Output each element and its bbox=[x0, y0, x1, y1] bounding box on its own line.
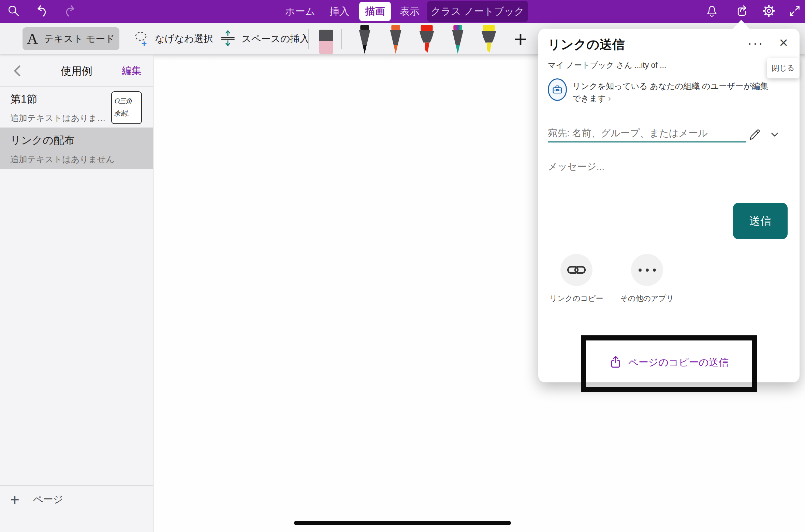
notifications-button[interactable] bbox=[704, 3, 720, 20]
gear-icon bbox=[762, 4, 776, 19]
dialog-pointer bbox=[732, 20, 750, 29]
tab-insert-label: 挿入 bbox=[330, 5, 349, 18]
share-button[interactable] bbox=[733, 3, 749, 20]
dialog-more-options-button[interactable]: ··· bbox=[746, 35, 766, 52]
sidebar-header: 使用例 編集 bbox=[0, 55, 153, 86]
plus-icon: + bbox=[10, 492, 19, 507]
black-pen-icon bbox=[353, 25, 376, 55]
share-upload-icon bbox=[609, 355, 623, 371]
dialog-close-button[interactable]: × bbox=[774, 33, 793, 52]
eraser-icon bbox=[319, 30, 333, 41]
tab-class-notebook[interactable]: クラス ノートブック bbox=[427, 1, 528, 22]
edit-button[interactable]: 編集 bbox=[122, 64, 142, 78]
copy-link-label: リンクのコピー bbox=[541, 293, 612, 304]
insert-space-icon bbox=[219, 29, 237, 48]
search-icon bbox=[7, 4, 20, 19]
bell-icon bbox=[705, 4, 719, 19]
copy-link-button[interactable]: リンクのコピー bbox=[541, 254, 612, 304]
tab-home[interactable]: ホーム bbox=[279, 0, 321, 23]
more-apps-button[interactable]: その他のアプリ bbox=[611, 254, 683, 304]
permission-text: リンクを知っている あなたの組織 のユーザーが編集できます bbox=[572, 81, 768, 103]
plus-icon: + bbox=[514, 26, 527, 52]
thumbnail-handwriting-line: 余割. bbox=[114, 107, 139, 119]
tab-home-label: ホーム bbox=[285, 5, 315, 18]
black-pen-tool[interactable] bbox=[353, 25, 376, 55]
close-icon: × bbox=[779, 34, 788, 51]
page-item-2-selected[interactable]: リンクの配布 追加テキストはありません bbox=[0, 128, 153, 169]
eraser-tool[interactable] bbox=[319, 30, 333, 54]
thumbnail-handwriting-line: O三角 bbox=[114, 95, 139, 107]
page-item-1[interactable]: 第1節 追加テキストはありま… O三角 余割. bbox=[0, 87, 153, 127]
chevron-right-icon: › bbox=[608, 94, 611, 103]
undo-button[interactable] bbox=[34, 3, 50, 20]
tab-class-notebook-label: クラス ノートブック bbox=[431, 5, 525, 18]
insert-space-button[interactable]: スペースの挿入 bbox=[219, 23, 309, 55]
page-title: リンクの配布 bbox=[10, 133, 153, 148]
chevron-down-icon[interactable] bbox=[769, 129, 780, 142]
orange-pen-tool[interactable] bbox=[384, 25, 407, 55]
redo-button[interactable] bbox=[62, 3, 78, 20]
tab-view[interactable]: 表示 bbox=[398, 0, 422, 23]
page-thumbnail: O三角 余割. bbox=[111, 91, 142, 124]
divider bbox=[0, 169, 153, 169]
dialog-title: リンクの送信 bbox=[548, 36, 625, 53]
send-button[interactable]: 送信 bbox=[733, 203, 788, 239]
notebook-name: マイ ノートブック さん ...ity of ... bbox=[548, 60, 666, 71]
close-tooltip: 閉じる bbox=[767, 58, 800, 78]
ellipsis-icon bbox=[639, 269, 656, 272]
send-link-dialog: リンクの送信 ··· × マイ ノートブック さん ...ity of ... … bbox=[538, 29, 800, 382]
text-mode-label: テキスト モード bbox=[44, 32, 115, 45]
permission-description: リンクを知っている あなたの組織 のユーザーが編集できます › bbox=[572, 78, 770, 105]
text-mode-button[interactable]: A テキスト モード bbox=[23, 27, 119, 50]
briefcase-icon bbox=[548, 78, 567, 101]
tab-draw-label: 描画 bbox=[365, 5, 385, 18]
fullscreen-icon bbox=[788, 4, 802, 19]
settings-button[interactable] bbox=[761, 3, 777, 20]
red-highlighter-tool[interactable] bbox=[415, 25, 438, 55]
toolbar-divider bbox=[308, 29, 309, 49]
tab-view-label: 表示 bbox=[400, 5, 420, 18]
pencil-icon[interactable] bbox=[747, 127, 761, 143]
tab-draw[interactable]: 描画 bbox=[359, 2, 391, 21]
send-page-copy-label: ページのコピーの送信 bbox=[628, 356, 729, 369]
yellow-highlighter-tool[interactable] bbox=[478, 25, 500, 55]
page-list-sidebar: 使用例 編集 第1節 追加テキストはありま… O三角 余割. リンクの配布 追加… bbox=[0, 55, 153, 532]
add-page-label: ページ bbox=[33, 493, 63, 506]
tab-insert[interactable]: 挿入 bbox=[327, 0, 351, 23]
recipient-input[interactable] bbox=[548, 125, 746, 142]
yellow-highlighter-icon bbox=[478, 25, 500, 55]
sidebar-footer: + ページ bbox=[0, 485, 153, 532]
insert-space-label: スペースの挿入 bbox=[241, 32, 309, 45]
toolbar-divider-2 bbox=[341, 29, 342, 49]
link-permission-setting[interactable]: リンクを知っている あなたの組織 のユーザーが編集できます › bbox=[548, 78, 770, 105]
red-highlighter-icon bbox=[415, 25, 438, 55]
undo-icon bbox=[35, 4, 49, 19]
fullscreen-button[interactable] bbox=[787, 3, 803, 20]
link-icon bbox=[560, 254, 592, 286]
lasso-label: なげなわ選択 bbox=[155, 32, 213, 45]
add-page-button[interactable]: + ページ bbox=[10, 492, 63, 507]
galaxy-pen-tool[interactable] bbox=[447, 25, 469, 55]
titlebar: ホーム 挿入 描画 表示 クラス ノートブック bbox=[0, 0, 805, 23]
search-button[interactable] bbox=[5, 3, 22, 20]
orange-pen-icon bbox=[384, 25, 407, 55]
onenote-app: ホーム 挿入 描画 表示 クラス ノートブック bbox=[0, 0, 805, 532]
ellipsis-icon: ··· bbox=[748, 36, 764, 50]
message-input[interactable] bbox=[548, 159, 746, 174]
lasso-select-button[interactable]: なげなわ選択 bbox=[132, 23, 213, 55]
add-pen-button[interactable]: + bbox=[510, 26, 531, 53]
letter-a-icon: A bbox=[27, 31, 38, 46]
lasso-icon bbox=[132, 29, 150, 48]
share-icon bbox=[734, 4, 748, 19]
recipient-row bbox=[548, 125, 790, 142]
page-subtitle: 追加テキストはありません bbox=[10, 154, 153, 165]
more-apps-label: その他のアプリ bbox=[611, 293, 683, 304]
send-page-copy-button[interactable]: ページのコピーの送信 bbox=[538, 352, 800, 374]
redo-icon bbox=[63, 4, 77, 19]
galaxy-pen-icon bbox=[447, 25, 469, 55]
home-indicator[interactable] bbox=[294, 521, 511, 525]
